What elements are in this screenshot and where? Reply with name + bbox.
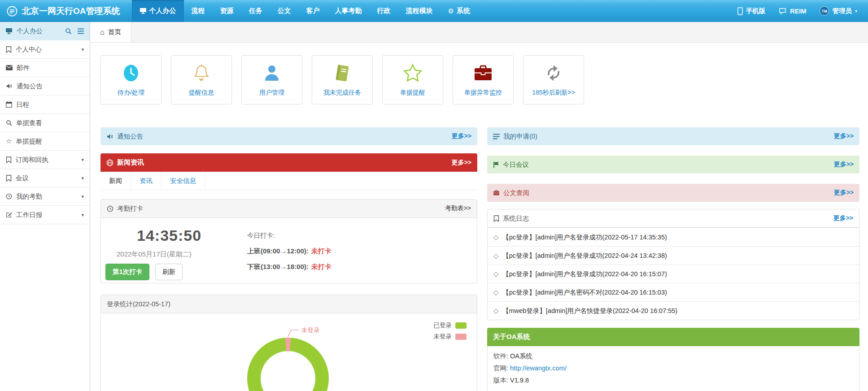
- today-meeting-more-link[interactable]: 更多>>: [834, 161, 854, 169]
- shortcut-cards: 待办/处理 提醒信息 用户管理: [100, 55, 861, 104]
- dashboard: 待办/处理 提醒信息 用户管理: [90, 43, 868, 391]
- card-user-management[interactable]: 用户管理: [241, 55, 302, 104]
- refresh-button[interactable]: 刷新: [155, 264, 183, 280]
- news-tab-security[interactable]: 安全信息: [161, 172, 205, 190]
- bookmark-icon: [6, 46, 12, 53]
- sidebar-item-document-remind[interactable]: ☆ 单据提醒: [0, 132, 90, 151]
- sidebar-item-mail[interactable]: 邮件: [0, 59, 90, 77]
- panel-sys-log: 系统日志 更多>> ◇ 【pc登录】[admin]用户名登录成功(2022-05…: [487, 209, 859, 320]
- panel-doc-read: 公文查阅 更多>>: [487, 184, 859, 202]
- nav-item-workflow-module[interactable]: 流程模块: [398, 0, 441, 22]
- caret-down-icon: ▾: [81, 212, 84, 218]
- news-tab-info[interactable]: 资讯: [131, 172, 161, 190]
- monitor-icon: [5, 28, 13, 35]
- panel-title: 新闻资讯: [117, 158, 144, 167]
- about-website-row: 官网:http://ewangtx.com/: [493, 364, 853, 373]
- legend-swatch-green: [455, 322, 467, 329]
- login-stats-chart: 未登录 已登录 未登录: [101, 313, 477, 391]
- nav-item-tasks[interactable]: 任务: [241, 0, 270, 22]
- diamond-icon: ◇: [493, 289, 498, 296]
- legend-swatch-pink: [455, 334, 467, 340]
- log-row[interactable]: ◇ 【mweb登录】[admin]用户名快捷登录(2022-04-20 16:0…: [488, 301, 859, 320]
- chart-annotation: 未登录: [301, 327, 320, 334]
- sidebar-item-my-attendance[interactable]: 我的考勤 ▾: [0, 187, 90, 206]
- card-reminders[interactable]: 提醒信息: [171, 55, 232, 104]
- nav-item-hr-attendance[interactable]: 人事考勤: [327, 0, 370, 22]
- brand: 北京一网天行OA管理系统: [0, 0, 127, 22]
- legend-item-not-logged-in[interactable]: 未登录: [434, 333, 467, 341]
- chat-icon: [779, 8, 787, 15]
- panel-notice: 通知公告 更多>>: [100, 127, 477, 145]
- sidebar-item-personal-center[interactable]: 个人中心 ▾: [0, 40, 90, 59]
- sidebar-item-schedule[interactable]: 日程: [0, 96, 90, 114]
- envelope-icon: [6, 65, 13, 70]
- speaker-icon: [6, 83, 13, 89]
- about-software-row: 软件:OA系统: [493, 352, 853, 361]
- attendance-sheet-link[interactable]: 考勤表>>: [445, 204, 471, 213]
- panel-title: 系统日志: [503, 214, 529, 223]
- legend-item-logged-in[interactable]: 已登录: [434, 321, 467, 330]
- caret-down-icon: ▾: [81, 157, 84, 163]
- caret-down-icon: ▾: [81, 194, 84, 200]
- search-icon[interactable]: [65, 28, 72, 35]
- nav-item-documents[interactable]: 公文: [270, 0, 299, 22]
- monitor-icon: [140, 8, 147, 14]
- nav-item-workflow[interactable]: 流程: [184, 0, 213, 22]
- about-header: 关于OA系统: [487, 328, 859, 346]
- reim-link[interactable]: REIM: [779, 8, 806, 15]
- card-refresh-countdown[interactable]: 185秒后刷新>>: [523, 55, 584, 104]
- nav-item-administration[interactable]: 行政: [370, 0, 398, 22]
- caret-down-icon: ▾: [855, 9, 857, 13]
- card-unfinished-tasks[interactable]: 我未完成任务: [312, 55, 373, 104]
- chart-legend: 已登录 未登录: [434, 321, 467, 344]
- sidebar-item-subscribe[interactable]: 订阅和回执 ▾: [0, 151, 90, 169]
- sidebar-item-work-report[interactable]: 工作日报 ▾: [0, 206, 90, 224]
- morning-shift-row: 上班(09:00→12:00):未打卡: [247, 247, 331, 256]
- user-menu[interactable]: TM 管理员 ▾: [820, 6, 857, 16]
- card-todo[interactable]: 待办/处理: [100, 55, 161, 104]
- calendar-icon: [6, 101, 12, 108]
- sys-log-more-link[interactable]: 更多>>: [833, 214, 853, 222]
- log-row[interactable]: ◇ 【pc登录】[admin]用户名登录成功(2022-05-17 14:35:…: [488, 228, 859, 246]
- afternoon-shift-row: 下班(13:00→18:00):未打卡: [247, 263, 331, 271]
- card-document-remind[interactable]: 单据提醒: [382, 55, 443, 104]
- official-site-link[interactable]: http://ewangtx.com/: [510, 365, 567, 372]
- news-more-link[interactable]: 更多>>: [452, 159, 471, 167]
- nav-item-system[interactable]: ⚙ 系统: [441, 0, 478, 22]
- nav-item-resources[interactable]: 资源: [213, 0, 241, 22]
- panel-title: 考勤打卡: [117, 204, 143, 213]
- speaker-icon: [106, 133, 113, 140]
- tab-home[interactable]: ⌂ 首页: [90, 22, 131, 42]
- doc-read-more-link[interactable]: 更多>>: [834, 189, 854, 197]
- punch-in-button[interactable]: 第1次打卡: [105, 264, 149, 280]
- sidebar-item-notice[interactable]: 通知公告: [0, 77, 90, 96]
- hamburger-icon[interactable]: [77, 28, 84, 34]
- caret-down-icon: ▾: [81, 47, 84, 52]
- nav-item-customers[interactable]: 客户: [299, 0, 327, 22]
- log-row[interactable]: ◇ 【pc登录】[admin]用户名密码不对(2022-04-20 16:15:…: [488, 283, 859, 301]
- my-apply-more-link[interactable]: 更多>>: [834, 132, 854, 140]
- news-tab-news[interactable]: 新闻: [100, 172, 131, 190]
- clock-icon: [122, 63, 140, 83]
- card-abnormal-monitor[interactable]: 单据异常监控: [453, 55, 514, 104]
- clock-icon: [107, 205, 113, 212]
- bookmark-icon: [6, 175, 12, 182]
- sidebar-header: 个人办公: [0, 22, 90, 40]
- panel-my-apply: 我的申请(0) 更多>>: [487, 127, 859, 145]
- donut-chart: 未登录: [101, 313, 477, 391]
- notice-more-link[interactable]: 更多>>: [452, 132, 471, 140]
- navbar-right: 手机版 REIM TM 管理员 ▾: [737, 0, 868, 22]
- flag-icon: [493, 161, 499, 168]
- today-punch-label: 今日打卡:: [247, 231, 331, 240]
- panel-today-meeting: 今日会议 更多>>: [487, 156, 859, 174]
- mobile-version-link[interactable]: 手机版: [737, 7, 766, 15]
- briefcase-icon: [473, 63, 493, 83]
- panel-title: 登录统计(2022-05-17): [107, 300, 170, 308]
- news-tabs: 新闻 资讯 安全信息: [100, 172, 477, 190]
- nav-item-personal-office[interactable]: 个人办公: [132, 0, 184, 22]
- panel-title: 关于OA系统: [493, 333, 530, 341]
- log-row[interactable]: ◇ 【pc登录】[admin]用户名登录成功(2022-04-24 13:42:…: [488, 246, 859, 265]
- sidebar-item-document-view[interactable]: 单据查看: [0, 114, 90, 132]
- log-row[interactable]: ◇ 【pc登录】[admin]用户名登录成功(2022-04-20 16:15:…: [488, 265, 859, 283]
- sidebar-item-meeting[interactable]: 会议 ▾: [0, 169, 90, 187]
